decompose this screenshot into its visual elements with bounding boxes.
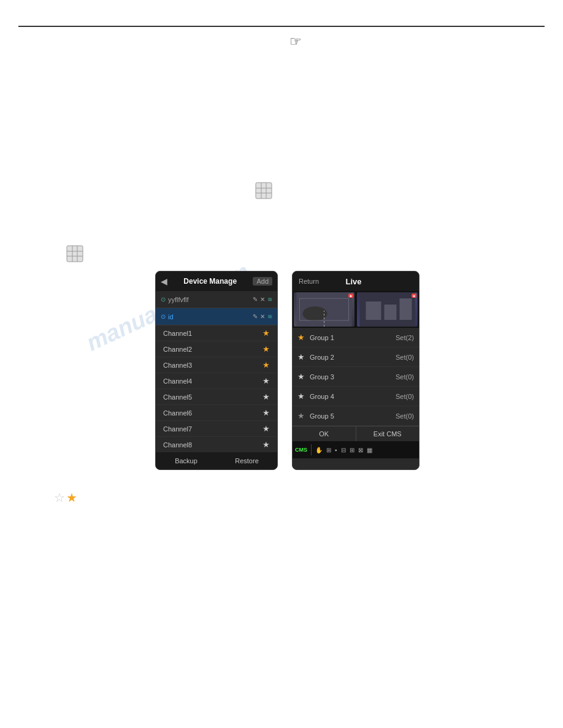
- group-name-2: Group 2: [310, 354, 396, 361]
- device-icons-1: ✎ ✕ ≋: [253, 296, 272, 303]
- svg-rect-17: [400, 298, 412, 320]
- cms-toolbar-icon[interactable]: CMS: [295, 447, 307, 453]
- group-star-4[interactable]: ★: [297, 392, 305, 401]
- channel-star-3[interactable]: ★: [262, 360, 270, 370]
- channel-star-7[interactable]: ★: [262, 424, 270, 433]
- group-item-3[interactable]: ★ Group 3 Set(0): [293, 367, 419, 387]
- device-manage-title: Device Manage: [167, 277, 253, 286]
- edit-icon-1[interactable]: ✎: [253, 296, 258, 303]
- group-item-5[interactable]: ★ Group 5 Set(0): [293, 406, 419, 426]
- group-item-1[interactable]: ★ Group 1 Set(2): [293, 328, 419, 347]
- svg-rect-16: [385, 305, 397, 320]
- hand-toolbar-icon[interactable]: ✋: [315, 447, 323, 453]
- live-header: Return Live: [293, 271, 419, 291]
- live-camera-thumbnails: ● ●: [293, 291, 419, 328]
- camera-badge-1: ●: [348, 294, 353, 298]
- device-name-2: id: [168, 313, 253, 320]
- svg-rect-0: [256, 183, 272, 199]
- live-group-list: ★ Group 1 Set(2) ★ Group 2 Set(0) ★ Grou…: [293, 328, 419, 426]
- grid-icon-left: [66, 245, 83, 264]
- layout2-toolbar-icon[interactable]: ⊟: [341, 447, 346, 453]
- signal-icon-2: ≋: [267, 313, 272, 320]
- device-name-1: yyflfvflf: [168, 296, 253, 303]
- channel-list: Channel1 ★ Channel2 ★ Channel3 ★ Channel…: [156, 325, 277, 463]
- star-empty-1: ☆: [54, 490, 65, 505]
- grid-toolbar-icon[interactable]: ⊞: [326, 447, 331, 453]
- hand-icon: ☞: [289, 34, 302, 50]
- exit-cms-button[interactable]: Exit CMS: [356, 427, 419, 441]
- device-manage-panel: ◀ Device Manage Add ⊙ yyflfvflf ✎ ✕ ≋ ⊙ …: [155, 271, 278, 470]
- device-manage-add-button[interactable]: Add: [253, 277, 272, 286]
- wifi-icon-1: ⊙: [161, 296, 166, 303]
- channel-item-6[interactable]: Channel6 ★: [156, 405, 277, 421]
- group-set-5: Set(0): [396, 412, 414, 420]
- close-icon-1[interactable]: ✕: [260, 296, 265, 303]
- channel-name-8: Channel8: [163, 441, 262, 449]
- group-star-5[interactable]: ★: [297, 411, 305, 420]
- channel-item-4[interactable]: Channel4 ★: [156, 373, 277, 389]
- ok-button[interactable]: OK: [293, 427, 356, 441]
- live-return-button[interactable]: Return: [299, 278, 319, 285]
- layout4-toolbar-icon[interactable]: ⊠: [358, 447, 363, 453]
- group-item-2[interactable]: ★ Group 2 Set(0): [293, 347, 419, 367]
- group-set-2: Set(0): [396, 354, 414, 361]
- device-manage-header: ◀ Device Manage Add: [156, 271, 277, 291]
- group-star-3[interactable]: ★: [297, 372, 305, 381]
- edit-icon-2[interactable]: ✎: [253, 313, 258, 320]
- device-item-1[interactable]: ⊙ yyflfvflf ✎ ✕ ≋: [156, 291, 277, 308]
- device-icons-2: ✎ ✕ ≋: [253, 313, 272, 320]
- channel-star-8[interactable]: ★: [262, 440, 270, 449]
- channel-name-7: Channel7: [163, 425, 262, 433]
- toolbar-separator-1: [311, 444, 312, 455]
- close-icon-2[interactable]: ✕: [260, 313, 265, 320]
- svg-point-11: [303, 306, 327, 321]
- channel-name-2: Channel2: [163, 346, 262, 353]
- group-set-4: Set(0): [396, 393, 414, 400]
- channel-star-6[interactable]: ★: [262, 408, 270, 417]
- layout1-toolbar-icon[interactable]: ▪: [335, 447, 337, 453]
- channel-item-7[interactable]: Channel7 ★: [156, 421, 277, 437]
- live-action-row: OK Exit CMS: [293, 426, 419, 441]
- channel-star-1[interactable]: ★: [262, 328, 270, 338]
- group-item-4[interactable]: ★ Group 4 Set(0): [293, 387, 419, 406]
- camera-badge-2: ●: [412, 294, 416, 298]
- channel-item-2[interactable]: Channel2 ★: [156, 341, 277, 357]
- group-name-4: Group 4: [310, 393, 396, 400]
- group-name-5: Group 5: [310, 412, 396, 420]
- channel-name-3: Channel3: [163, 362, 262, 369]
- group-set-3: Set(0): [396, 373, 414, 381]
- group-star-1[interactable]: ★: [297, 333, 305, 342]
- backup-button[interactable]: Backup: [156, 455, 216, 467]
- device-manage-back-button[interactable]: ◀: [161, 276, 167, 286]
- channel-name-1: Channel1: [163, 330, 262, 337]
- group-star-2[interactable]: ★: [297, 352, 305, 362]
- layout3-toolbar-icon[interactable]: ⊞: [350, 447, 354, 453]
- channel-item-8[interactable]: Channel8 ★: [156, 437, 277, 453]
- channel-item-3[interactable]: Channel3 ★: [156, 357, 277, 373]
- top-border: [18, 26, 545, 27]
- channel-star-2[interactable]: ★: [262, 344, 270, 354]
- channel-name-4: Channel4: [163, 377, 262, 385]
- group-name-3: Group 3: [310, 373, 396, 381]
- channel-item-5[interactable]: Channel5 ★: [156, 389, 277, 405]
- channel-name-5: Channel5: [163, 393, 262, 401]
- group-name-1: Group 1: [310, 334, 396, 341]
- grid-icon-mid: [255, 182, 272, 201]
- restore-button[interactable]: Restore: [216, 455, 277, 467]
- camera-thumb-2[interactable]: ●: [357, 292, 418, 327]
- channel-star-4[interactable]: ★: [262, 376, 270, 385]
- camera-thumb-1[interactable]: ●: [294, 292, 354, 327]
- svg-rect-15: [366, 301, 381, 320]
- channel-name-6: Channel6: [163, 409, 262, 417]
- signal-icon-1: ≋: [267, 296, 272, 303]
- wifi-icon-2: ⊙: [161, 313, 166, 320]
- live-toolbar: CMS ✋ ⊞ ▪ ⊟ ⊞ ⊠ ▦: [293, 441, 419, 458]
- channel-item-1[interactable]: Channel1 ★: [156, 325, 277, 341]
- channel-star-5[interactable]: ★: [262, 392, 270, 401]
- live-panel: Return Live ● ●: [292, 271, 419, 470]
- device-item-2[interactable]: ⊙ id ✎ ✕ ≋: [156, 308, 277, 325]
- group-set-1: Set(2): [396, 334, 414, 341]
- layout5-toolbar-icon[interactable]: ▦: [367, 447, 372, 453]
- device-manage-footer: Backup Restore: [156, 452, 277, 469]
- star-gold-1: ★: [66, 490, 77, 505]
